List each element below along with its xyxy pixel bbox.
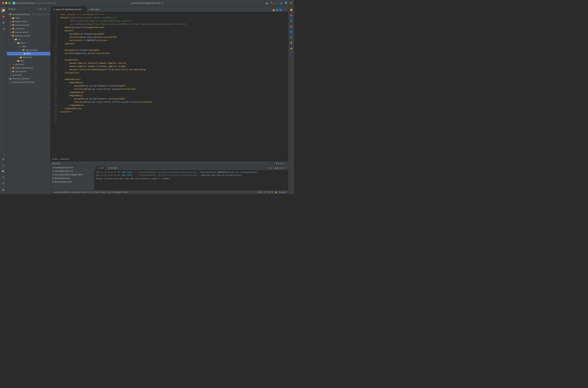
shield-icon[interactable]: 🛡	[1, 175, 6, 180]
service-item-user-app-01[interactable]: UserApplication-01	[51, 169, 94, 173]
settings-icon[interactable]: ⚙	[290, 2, 292, 4]
msg-1: : DiscoveryClient_BOOKSERVICE/eves-air.l…	[199, 171, 258, 174]
person-icon[interactable]: 👤	[289, 19, 294, 23]
tree-item-borrow-service[interactable]: ▶ 📦 borrow-service	[7, 23, 50, 27]
service-refresh-icon[interactable]: ⟳	[280, 162, 282, 165]
tree-item-hystrix[interactable]: ▶ 📦 hystrix-dashboard	[7, 66, 50, 70]
tree-item-book-service[interactable]: ▶ 📦 book-service	[7, 20, 50, 23]
run-config-name: EurekaServerApplication-01	[131, 2, 160, 4]
record-icon[interactable]: ⏺	[274, 167, 276, 169]
tab-actuator[interactable]: ◉ Actuator	[106, 166, 119, 170]
tree-item-user-service[interactable]: ▶ 📦 user-service	[7, 70, 50, 73]
tree-item-scratches[interactable]: ✏ Scratches and Consoles	[7, 80, 50, 84]
chevron-down-icon: ▼	[36, 2, 37, 4]
bookmark-right-icon[interactable]: 🔖	[289, 13, 294, 18]
version-control-label[interactable]: Version control	[38, 2, 54, 4]
chrome-icon[interactable]: 🌐	[276, 9, 278, 11]
resume-icon[interactable]: ⏭	[282, 167, 284, 169]
line-col[interactable]: 19:18	[258, 191, 263, 193]
tree-item-main-java[interactable]: ◉ Main	[7, 52, 50, 55]
history-icon[interactable]: ⏱	[289, 35, 294, 40]
tree-item-resources[interactable]: ▶ 📁 resources	[7, 55, 50, 59]
firefox-icon[interactable]: 🦊	[272, 9, 275, 11]
problems-icon[interactable]: ⚠	[1, 163, 6, 168]
project-label[interactable]: SC springCloudStudy ▼ Version control ▼	[12, 2, 56, 4]
collapse-all-icon[interactable]: ⬆	[275, 162, 277, 165]
star-icon[interactable]: ☆	[272, 167, 274, 169]
tree-item-src[interactable]: ▼ 📁 src	[7, 38, 50, 41]
terminal-icon[interactable]: T	[1, 181, 6, 187]
breadcrumb-properties[interactable]: properties	[60, 158, 69, 160]
sidebar: Project + ⟳ − ✕ ⋯ ▼ 📦 springCloudStudy ~…	[7, 6, 51, 194]
tab-console[interactable]: Console	[96, 166, 106, 170]
tree-item-eureka-server[interactable]: ▶ 📦 eureka-server	[7, 30, 50, 34]
breadcrumb-project[interactable]: project	[52, 158, 58, 160]
run-console-icon[interactable]: ▶	[270, 167, 271, 169]
tree-item-idea[interactable]: ▶ 📁 .idea	[7, 16, 50, 20]
bookmark-icon[interactable]: 🔖	[1, 14, 6, 19]
ai-icon[interactable]: 🍃	[289, 41, 294, 45]
stop-icon[interactable]: ⏹	[277, 167, 279, 169]
chevron-down-icon2: ▼	[55, 2, 56, 4]
plugin-icon[interactable]: m	[289, 24, 294, 28]
structure-icon[interactable]: ⊞	[1, 20, 6, 25]
tab-main-java[interactable]: J Main.java	[87, 7, 102, 12]
tree-item-root[interactable]: ▼ 📦 springCloudStudy ~/Desktop/CS/JavaEE…	[7, 13, 50, 16]
help-icon[interactable]: ?	[282, 9, 284, 11]
tree-item-commons[interactable]: ▶ 📦 commons	[7, 27, 50, 30]
find-icon[interactable]: 🔍	[1, 169, 6, 174]
tab-pom-xml[interactable]: m pom.xml (gateway-server) ✕	[51, 7, 87, 12]
service-item-hystrix[interactable]: HystrixDashBoardApplication	[51, 173, 94, 176]
todo-icon[interactable]: ≡	[1, 156, 6, 162]
tree-item-pom-gateway[interactable]: m pom.xml	[7, 63, 50, 66]
magic-icon[interactable]: ✨	[289, 46, 294, 51]
more-tabs-icon[interactable]: ⋯	[286, 9, 288, 11]
tree-item-ext-libs[interactable]: ▶ 📚 External Libraries	[7, 77, 50, 80]
settings-icon2[interactable]: ⋯	[47, 8, 49, 10]
left-icon-bar: 📁 🔖 ⊞ ⎇ ≡ ⚠ 🔍 🛡 T ⚙	[0, 6, 7, 194]
collapse-icon[interactable]: −	[42, 8, 44, 10]
tab-close-pom[interactable]: ✕	[83, 8, 85, 10]
close-icon[interactable]: ✕	[45, 8, 46, 10]
service-item-user-app-02[interactable]: UserApplication-02	[51, 166, 94, 169]
database-icon[interactable]: 🔵	[289, 29, 294, 34]
edge-icon[interactable]: 🔵	[279, 9, 282, 11]
encoding[interactable]: UTF-8	[268, 191, 273, 193]
console-line-1: 2024-10-19 15:09:20.704 INFO 28412 --- […	[96, 171, 287, 174]
build-icon[interactable]: 🔨	[270, 2, 273, 4]
user-icon[interactable]: 👤	[280, 2, 283, 4]
indent[interactable]: 4 spaces	[279, 191, 287, 193]
maximize-button[interactable]	[8, 2, 11, 4]
tree-item-gateway-server[interactable]: ▼ 📦 gateway-server	[7, 34, 50, 38]
new-file-icon[interactable]: +	[38, 8, 39, 10]
git-icon[interactable]: ⎇	[1, 26, 6, 31]
tree-item-main[interactable]: ▼ 📁 main	[7, 41, 50, 45]
run-icon[interactable]: ▶	[267, 2, 268, 4]
tree-item-org-example[interactable]: ▼ 📦 org.example	[7, 48, 50, 52]
code-editor[interactable]: <?xml version="1.0" encoding="UTF-8"?> <…	[58, 12, 288, 157]
tree-item-java[interactable]: ▼ ☕ java	[7, 45, 50, 48]
minimize-button[interactable]	[5, 2, 7, 4]
tree-item-pom-root[interactable]: m pom.xml	[7, 73, 50, 77]
tree-label-borrow-service: borrow-service	[15, 24, 29, 26]
tree-item-test[interactable]: ▶ 📁 test	[7, 59, 50, 63]
search-icon[interactable]: 🔍	[285, 2, 288, 4]
line-ending[interactable]: LF	[264, 191, 266, 193]
pause-icon[interactable]: ⏸	[280, 167, 282, 169]
close-button[interactable]	[2, 2, 4, 4]
more-icon[interactable]: ⋯	[275, 2, 278, 4]
status-left: ✓ springCloudStudy > gateway-server > sr…	[52, 191, 128, 193]
more-services-icon[interactable]: ⋯	[285, 162, 287, 165]
refresh-icon[interactable]: ⟳	[40, 8, 42, 10]
notifications-icon[interactable]: 🔔	[289, 7, 294, 12]
run-config[interactable]: EurekaServerApplication-01 ▼	[131, 2, 163, 4]
status-dot-hystrix	[52, 174, 54, 175]
add-service-icon[interactable]: +	[282, 162, 284, 165]
services-bottom-icon[interactable]: ⚙	[1, 187, 6, 193]
expand-all-icon[interactable]: ⬇	[278, 162, 279, 165]
project-view-icon[interactable]: 📁	[1, 7, 6, 13]
service-item-borrow[interactable]: BorrowApplication	[51, 180, 94, 184]
service-item-book[interactable]: BookApplication	[51, 176, 94, 180]
status-breadcrumb[interactable]: springCloudStudy > gateway-server > src …	[54, 191, 128, 193]
console-more-icon[interactable]: ⋯	[285, 167, 287, 169]
